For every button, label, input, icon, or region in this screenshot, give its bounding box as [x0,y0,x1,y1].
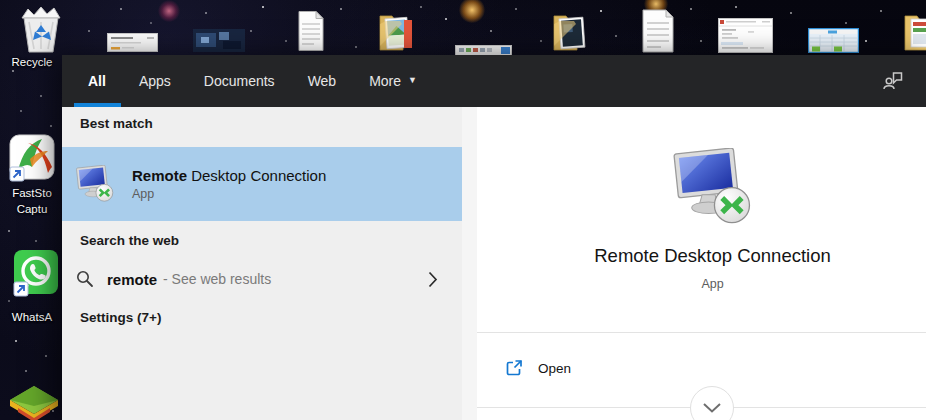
folder-icon[interactable] [378,10,417,56]
tab-apps[interactable]: Apps [139,55,171,107]
expand-button[interactable] [690,386,734,420]
photo-thumbnail[interactable] [193,29,245,56]
preview-panel: Remote Desktop Connection App Open [477,107,926,420]
tab-documents[interactable]: Documents [204,55,275,107]
results-list: Best match Remote Desktop Connection App… [62,107,462,420]
feedback-icon[interactable] [882,70,904,92]
faststone-capture-icon[interactable] [8,133,56,189]
faststone-label-line1: FastSto [0,187,64,199]
tab-web[interactable]: Web [308,55,337,107]
recycle-bin-label: Recycle [1,56,63,68]
folder-icon[interactable] [552,10,591,56]
whatsapp-icon[interactable] [12,248,59,314]
folder-icon[interactable] [903,10,926,56]
tab-more[interactable]: More ▼ [369,55,417,107]
star-glow [158,0,180,22]
preview-title: Remote Desktop Connection [477,245,926,267]
web-query-text: remote [107,271,157,288]
partial-app-icon[interactable] [6,384,62,420]
best-match-header: Best match [80,116,153,131]
mini-window-thumbnail[interactable] [107,33,158,56]
document-icon[interactable] [640,8,676,58]
preview-type: App [477,277,926,291]
best-match-result[interactable]: Remote Desktop Connection App [62,147,462,221]
open-icon [505,359,523,377]
web-search-suggestion[interactable]: remote - See web results [62,256,462,302]
star-glow [459,0,485,23]
open-action[interactable]: Open [477,350,926,386]
whatsapp-label: WhatsA [0,311,64,323]
result-type: App [132,187,326,201]
stars [0,0,2,2]
search-filter-bar: All Apps Documents Web More ▼ [62,55,926,107]
search-results-area: Best match Remote Desktop Connection App… [62,107,926,420]
rdc-app-icon-large [477,148,926,230]
explorer-window-thumbnail[interactable] [718,18,773,57]
result-title: Remote Desktop Connection [132,167,326,184]
search-web-header: Search the web [80,233,179,248]
divider [477,332,926,333]
search-flyout: All Apps Documents Web More ▼ Best match [62,55,926,420]
chevron-down-icon [702,402,722,414]
dropdown-arrow-icon: ▼ [408,75,417,85]
document-icon[interactable] [297,10,325,56]
list-gutter [462,107,477,420]
spreadsheet-thumbnail[interactable] [808,28,859,57]
chevron-right-icon[interactable] [428,271,438,292]
web-hint-text: - See web results [163,271,271,287]
search-icon [75,269,95,289]
settings-header[interactable]: Settings (7+) [80,310,161,325]
screen: Recycle [0,0,926,420]
open-label: Open [538,361,571,376]
tab-all[interactable]: All [88,55,106,107]
faststone-label-line2: Captu [0,203,64,215]
rdc-app-icon [75,165,115,203]
recycle-bin-icon[interactable] [18,2,64,58]
